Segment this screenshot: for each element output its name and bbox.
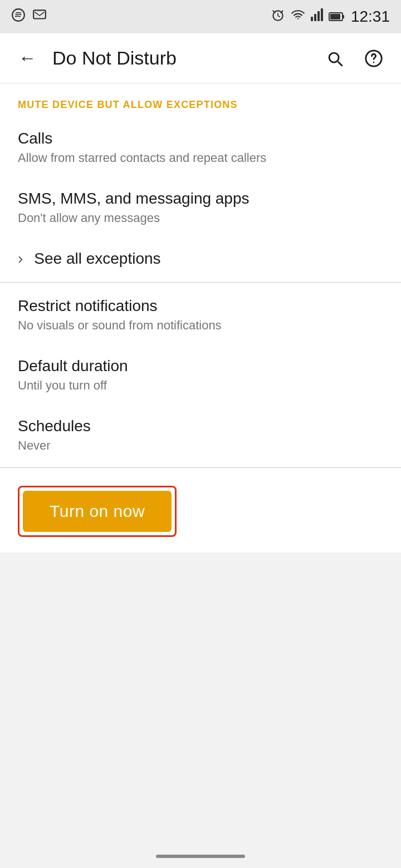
- alarm-icon: [271, 8, 285, 26]
- calls-title: Calls: [18, 130, 383, 147]
- svg-rect-9: [330, 14, 340, 19]
- top-bar-actions: [321, 45, 388, 72]
- see-all-exceptions-row[interactable]: › See all exceptions: [0, 238, 401, 280]
- sms-setting[interactable]: SMS, MMS, and messaging apps Don't allow…: [0, 177, 401, 238]
- signal-icon: [311, 8, 323, 26]
- page-title: Do Not Disturb: [52, 47, 310, 69]
- turn-on-area: Turn on now: [0, 470, 401, 553]
- home-indicator: [156, 855, 245, 858]
- gray-area: [0, 553, 401, 775]
- back-button[interactable]: ←: [13, 45, 41, 72]
- spotify-icon: [11, 8, 26, 26]
- chevron-right-icon: ›: [18, 250, 23, 268]
- status-right-icons: 12:31: [271, 8, 390, 26]
- svg-rect-10: [343, 15, 344, 18]
- main-content: MUTE DEVICE BUT ALLOW EXCEPTIONS Calls A…: [0, 83, 401, 553]
- default-duration-subtitle: Until you turn off: [18, 378, 383, 393]
- sms-subtitle: Don't allow any messages: [18, 211, 383, 225]
- sms-title: SMS, MMS, and messaging apps: [18, 190, 383, 208]
- restrict-notifications-setting[interactable]: Restrict notifications No visuals or sou…: [0, 285, 401, 345]
- back-arrow-icon: ←: [18, 48, 36, 68]
- calls-subtitle: Allow from starred contacts and repeat c…: [18, 151, 383, 165]
- see-all-label: See all exceptions: [34, 250, 160, 268]
- section-divider-2: [0, 467, 401, 468]
- wifi-icon: [291, 8, 305, 26]
- default-duration-setting[interactable]: Default duration Until you turn off: [0, 345, 401, 405]
- turn-on-now-button[interactable]: Turn on now: [23, 491, 172, 532]
- section-divider-1: [0, 282, 401, 283]
- schedules-setting[interactable]: Schedules Never: [0, 405, 401, 465]
- section-label: MUTE DEVICE BUT ALLOW EXCEPTIONS: [0, 83, 401, 117]
- restrict-notifications-title: Restrict notifications: [18, 297, 383, 315]
- default-duration-title: Default duration: [18, 357, 383, 375]
- svg-rect-1: [33, 10, 46, 18]
- search-icon: [325, 49, 344, 68]
- status-time: 12:31: [351, 8, 390, 26]
- svg-point-0: [12, 9, 25, 21]
- svg-rect-7: [321, 8, 323, 21]
- restrict-notifications-subtitle: No visuals or sound from notifications: [18, 318, 383, 333]
- svg-rect-6: [317, 11, 320, 21]
- status-bar: 12:31: [0, 0, 401, 33]
- battery-icon: [329, 8, 345, 26]
- svg-point-12: [373, 61, 375, 63]
- message-icon: [32, 8, 47, 26]
- turn-on-button-wrapper: Turn on now: [18, 486, 177, 537]
- svg-point-3: [297, 18, 299, 19]
- top-bar: ← Do Not Disturb: [0, 33, 401, 83]
- status-left-icons: [11, 8, 47, 26]
- calls-setting[interactable]: Calls Allow from starred contacts and re…: [0, 117, 401, 177]
- schedules-title: Schedules: [18, 417, 383, 435]
- svg-rect-4: [311, 17, 313, 21]
- help-button[interactable]: [360, 45, 388, 72]
- search-button[interactable]: [321, 45, 349, 72]
- help-icon: [364, 49, 383, 68]
- svg-rect-5: [314, 14, 316, 21]
- schedules-subtitle: Never: [18, 438, 383, 453]
